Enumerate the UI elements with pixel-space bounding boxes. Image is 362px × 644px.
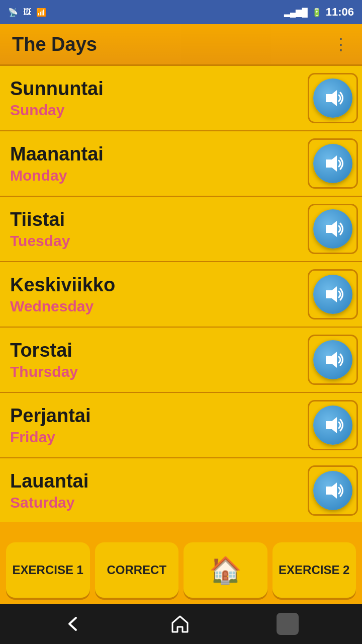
battery-icon: 🔋: [312, 8, 322, 17]
back-button[interactable]: [58, 609, 88, 639]
broadcast-icon: 📡: [8, 8, 18, 17]
sound-icon: [313, 275, 352, 314]
day-finnish-label: Lauantai: [10, 470, 304, 492]
svg-marker-2: [326, 221, 337, 237]
day-english-label: Thursday: [10, 363, 304, 380]
action-bar: EXERCISE 1 CORRECT 🏠 EXERCISE 2: [0, 537, 362, 604]
day-item: KeskiviikkoWednesday: [0, 262, 362, 328]
sound-icon: [313, 144, 352, 183]
day-finnish-label: Sunnuntai: [10, 78, 304, 100]
sound-button[interactable]: [308, 73, 358, 123]
sound-button[interactable]: [308, 465, 358, 516]
page-title: The Days: [12, 34, 97, 55]
correct-button[interactable]: CORRECT: [95, 542, 179, 598]
back-icon: [63, 614, 83, 634]
android-home-button[interactable]: [165, 609, 195, 639]
spacer: [0, 522, 362, 537]
sound-icon: [313, 471, 352, 510]
image-icon: 🖼: [23, 8, 31, 17]
overview-button[interactable]: [272, 608, 304, 640]
status-bar-left: 📡 🖼 📶: [8, 8, 46, 17]
day-text: PerjantaiFriday: [10, 405, 304, 446]
day-text: LauantaiSaturday: [10, 470, 304, 511]
day-item: TiistaiTuesday: [0, 197, 362, 262]
exercise2-button[interactable]: EXERCISE 2: [273, 542, 356, 598]
wifi-icon: 📶: [36, 8, 46, 17]
day-item: PerjantaiFriday: [0, 393, 362, 458]
svg-marker-5: [326, 417, 337, 433]
home-button[interactable]: 🏠: [184, 542, 267, 598]
sound-icon: [313, 340, 352, 379]
sound-button[interactable]: [308, 204, 358, 254]
day-english-label: Wednesday: [10, 298, 304, 315]
day-english-label: Sunday: [10, 102, 304, 119]
svg-marker-0: [326, 90, 337, 106]
day-item: MaanantaiMonday: [0, 131, 362, 197]
day-text: TiistaiTuesday: [10, 209, 304, 250]
svg-marker-6: [326, 482, 337, 499]
menu-button[interactable]: ⋮: [333, 35, 350, 54]
signal-icon: ▂▄▆█: [284, 8, 308, 17]
day-finnish-label: Maanantai: [10, 143, 304, 165]
day-english-label: Monday: [10, 167, 304, 184]
sound-button[interactable]: [308, 335, 358, 385]
sound-button[interactable]: [308, 269, 358, 319]
svg-marker-1: [326, 155, 337, 172]
day-item: SunnuntaiSunday: [0, 66, 362, 131]
sound-icon: [313, 209, 352, 249]
day-text: MaanantaiMonday: [10, 143, 304, 184]
main-content: SunnuntaiSunday MaanantaiMonday TiistaiT…: [0, 64, 362, 604]
day-finnish-label: Tiistai: [10, 209, 304, 230]
day-text: SunnuntaiSunday: [10, 78, 304, 119]
day-text: KeskiviikkoWednesday: [10, 274, 304, 315]
day-list: SunnuntaiSunday MaanantaiMonday TiistaiT…: [0, 64, 362, 522]
sound-icon: [313, 406, 352, 445]
svg-marker-4: [326, 352, 337, 368]
day-english-label: Tuesday: [10, 232, 304, 250]
day-item: TorstaiThursday: [0, 328, 362, 393]
day-finnish-label: Keskiviikko: [10, 274, 304, 296]
status-bar: 📡 🖼 📶 ▂▄▆█ 🔋 11:06: [0, 0, 362, 24]
svg-marker-7: [172, 616, 188, 632]
day-text: TorstaiThursday: [10, 340, 304, 380]
day-item: LauantaiSaturday: [0, 458, 362, 522]
sound-button[interactable]: [308, 400, 358, 450]
exercise1-button[interactable]: EXERCISE 1: [6, 542, 90, 598]
overview-icon: [277, 613, 299, 635]
day-english-label: Saturday: [10, 494, 304, 511]
home-icon: 🏠: [209, 555, 242, 586]
android-home-icon: [170, 614, 190, 634]
time-display: 11:06: [326, 6, 354, 19]
app-header: The Days ⋮: [0, 24, 362, 64]
day-finnish-label: Perjantai: [10, 405, 304, 427]
sound-button[interactable]: [308, 138, 358, 189]
svg-marker-3: [326, 286, 337, 302]
day-finnish-label: Torstai: [10, 340, 304, 361]
nav-bar: [0, 604, 362, 644]
status-bar-right: ▂▄▆█ 🔋 11:06: [284, 6, 354, 19]
sound-icon: [313, 78, 352, 118]
day-english-label: Friday: [10, 429, 304, 446]
